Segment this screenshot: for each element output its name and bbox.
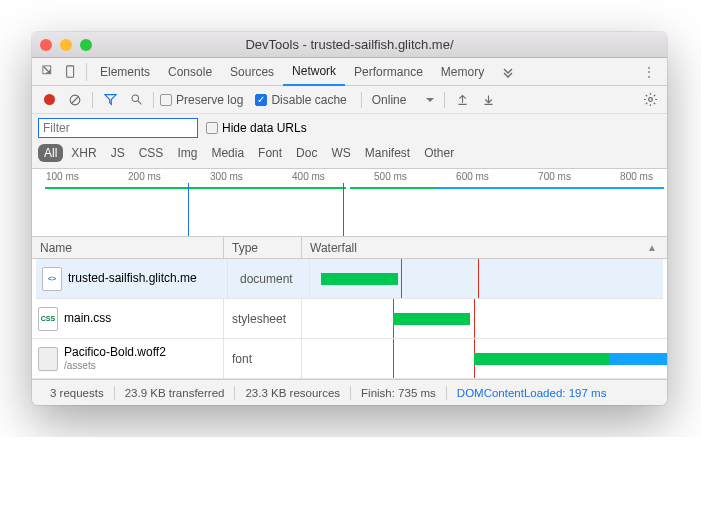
status-transferred: 23.9 KB transferred	[115, 387, 235, 399]
disable-cache-checkbox[interactable]: ✓Disable cache	[255, 93, 346, 107]
header-type[interactable]: Type	[224, 237, 302, 258]
clear-icon[interactable]	[64, 89, 86, 111]
overview-bar	[435, 187, 664, 189]
separator	[92, 92, 93, 108]
filter-input[interactable]	[38, 118, 198, 138]
request-name: Pacifico-Bold.woff2	[64, 345, 166, 359]
cell-name: CSSmain.css	[32, 299, 224, 338]
cell-waterfall	[314, 259, 663, 298]
filter-icon[interactable]	[99, 89, 121, 111]
waterfall-marker	[393, 339, 394, 378]
preserve-log-checkbox[interactable]: Preserve log	[160, 93, 243, 107]
type-js[interactable]: JS	[105, 144, 131, 162]
table-row[interactable]: Pacifico-Bold.woff2/assetsfont	[32, 339, 667, 379]
overview-tick: 100 ms	[46, 171, 79, 182]
separator	[361, 92, 362, 108]
status-requests: 3 requests	[40, 387, 114, 399]
header-name[interactable]: Name	[32, 237, 224, 258]
type-font[interactable]: Font	[252, 144, 288, 162]
svg-point-4	[132, 95, 139, 102]
status-bar: 3 requests 23.9 KB transferred 23.3 KB r…	[32, 379, 667, 405]
tab-network[interactable]: Network	[283, 58, 345, 86]
waterfall-marker	[401, 259, 402, 298]
request-rows: <>trusted-sailfish.glitch.medocumentCSSm…	[32, 259, 667, 379]
waterfall-marker	[478, 259, 479, 298]
overview-tick: 800 ms	[620, 171, 653, 182]
type-media[interactable]: Media	[205, 144, 250, 162]
overview-marker	[343, 183, 344, 236]
overview-tick: 300 ms	[210, 171, 243, 182]
panel-tabs: ElementsConsoleSourcesNetworkPerformance…	[32, 58, 667, 86]
tab-performance[interactable]: Performance	[345, 58, 432, 86]
sort-asc-icon: ▲	[647, 242, 657, 253]
overview-area	[32, 183, 667, 236]
type-other[interactable]: Other	[418, 144, 460, 162]
hide-data-urls-checkbox[interactable]: Hide data URLs	[206, 121, 307, 135]
devtools-window: DevTools - trusted-sailfish.glitch.me/ E…	[32, 32, 667, 405]
status-dcl[interactable]: DOMContentLoaded: 197 ms	[447, 387, 617, 399]
filter-bar: Hide data URLs	[32, 114, 667, 142]
separator	[86, 63, 87, 81]
svg-line-5	[138, 101, 141, 104]
header-waterfall[interactable]: Waterfall▲	[302, 241, 667, 255]
timeline-overview[interactable]: 100 ms200 ms300 ms400 ms500 ms600 ms700 …	[32, 169, 667, 237]
overview-tick: 400 ms	[292, 171, 325, 182]
overview-tick: 600 ms	[456, 171, 489, 182]
type-img[interactable]: Img	[171, 144, 203, 162]
separator	[444, 92, 445, 108]
type-manifest[interactable]: Manifest	[359, 144, 416, 162]
type-xhr[interactable]: XHR	[65, 144, 102, 162]
search-icon[interactable]	[125, 89, 147, 111]
overview-tick: 500 ms	[374, 171, 407, 182]
more-tabs-icon[interactable]	[497, 61, 519, 83]
request-name: main.css	[64, 311, 111, 325]
svg-rect-1	[67, 65, 74, 76]
titlebar: DevTools - trusted-sailfish.glitch.me/	[32, 32, 667, 58]
download-icon[interactable]	[477, 89, 499, 111]
overview-ticks: 100 ms200 ms300 ms400 ms500 ms600 ms700 …	[32, 169, 667, 182]
svg-point-6	[648, 98, 652, 102]
minimize-icon[interactable]	[60, 39, 72, 51]
tab-memory[interactable]: Memory	[432, 58, 493, 86]
cell-waterfall	[302, 299, 667, 338]
status-resources: 23.3 KB resources	[235, 387, 350, 399]
table-row[interactable]: CSSmain.cssstylesheet	[32, 299, 667, 339]
overview-bar	[45, 187, 347, 189]
close-icon[interactable]	[40, 39, 52, 51]
status-finish: Finish: 735 ms	[351, 387, 446, 399]
tab-console[interactable]: Console	[159, 58, 221, 86]
throttling-select[interactable]: Online	[372, 93, 435, 107]
type-doc[interactable]: Doc	[290, 144, 323, 162]
tab-sources[interactable]: Sources	[221, 58, 283, 86]
disable-cache-label: Disable cache	[271, 93, 346, 107]
record-button[interactable]	[38, 89, 60, 111]
cell-name: Pacifico-Bold.woff2/assets	[32, 339, 224, 378]
settings-icon[interactable]	[639, 89, 661, 111]
waterfall-bar	[609, 353, 667, 365]
type-all[interactable]: All	[38, 144, 63, 162]
waterfall-bar	[474, 353, 609, 365]
cell-type: font	[224, 339, 302, 378]
upload-icon[interactable]	[451, 89, 473, 111]
overview-marker	[188, 183, 189, 236]
table-row[interactable]: <>trusted-sailfish.glitch.medocument	[36, 259, 663, 299]
column-headers: Name Type Waterfall▲	[32, 237, 667, 259]
cell-type: stylesheet	[224, 299, 302, 338]
device-icon[interactable]	[60, 61, 82, 83]
svg-line-3	[72, 96, 79, 103]
type-css[interactable]: CSS	[133, 144, 170, 162]
request-name: trusted-sailfish.glitch.me	[68, 271, 197, 285]
traffic-lights	[40, 39, 92, 51]
type-ws[interactable]: WS	[325, 144, 356, 162]
waterfall-marker	[474, 299, 475, 338]
kebab-menu-icon[interactable]: ⋮	[637, 65, 661, 79]
cell-type: document	[232, 259, 310, 298]
resource-type-filter: AllXHRJSCSSImgMediaFontDocWSManifestOthe…	[32, 142, 667, 169]
tab-elements[interactable]: Elements	[91, 58, 159, 86]
request-path: /assets	[64, 360, 166, 372]
maximize-icon[interactable]	[80, 39, 92, 51]
inspect-icon[interactable]	[38, 61, 60, 83]
separator	[153, 92, 154, 108]
cell-waterfall	[302, 339, 667, 378]
waterfall-bar	[393, 313, 470, 325]
